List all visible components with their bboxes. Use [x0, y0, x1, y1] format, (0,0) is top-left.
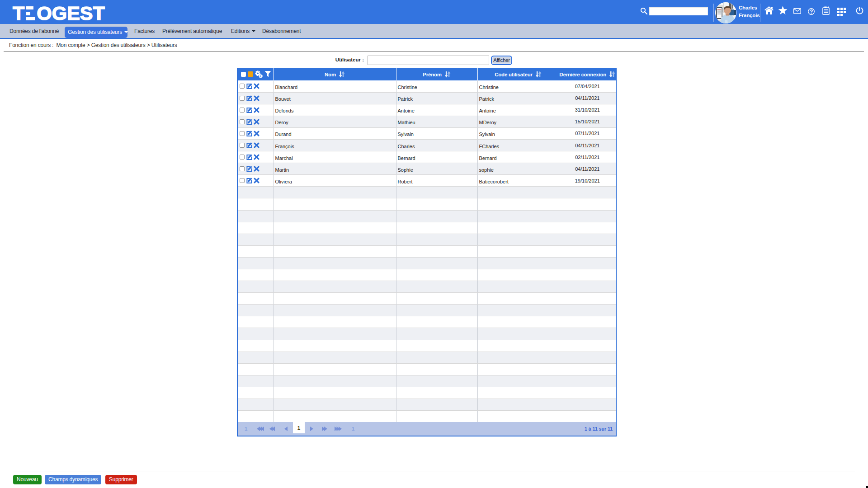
svg-text:?: ? — [810, 9, 813, 15]
